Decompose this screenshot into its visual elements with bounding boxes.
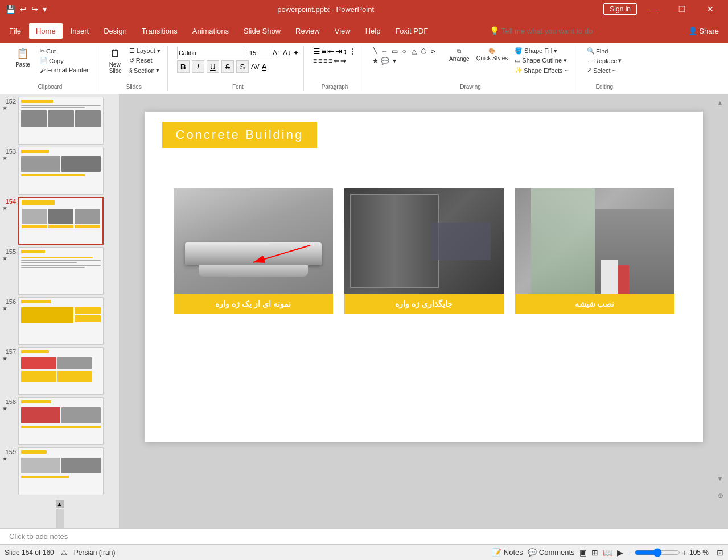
shape-pentagon[interactable]: ⬠ bbox=[419, 47, 428, 56]
slide-item-153[interactable]: 153 ★ bbox=[2, 147, 117, 195]
restore-button[interactable]: ❐ bbox=[669, 0, 695, 18]
cut-button[interactable]: ✂ Cut bbox=[38, 47, 91, 55]
slide-thumb-159[interactable] bbox=[18, 447, 104, 495]
shape-callout[interactable]: 💬 bbox=[380, 56, 389, 65]
zoom-plus-button[interactable]: + bbox=[682, 548, 687, 557]
rtl-button[interactable]: ⇐ bbox=[334, 57, 339, 65]
char-spacing-button[interactable]: AV bbox=[251, 63, 260, 71]
menu-home[interactable]: Home bbox=[29, 23, 63, 39]
editor-scroll-bottom[interactable]: ⊕ bbox=[718, 492, 723, 500]
shape-effects-button[interactable]: ✨ Shape Effects ~ bbox=[512, 66, 570, 75]
normal-view-button[interactable]: ▣ bbox=[579, 548, 587, 557]
slide-item-159[interactable]: 159 ★ bbox=[2, 447, 117, 495]
new-slide-button[interactable]: 🗒 New Slide bbox=[105, 47, 126, 75]
minimize-button[interactable]: — bbox=[640, 0, 667, 18]
fit-slide-button[interactable]: ⊡ bbox=[717, 548, 723, 557]
align-center-button[interactable]: ≡ bbox=[318, 57, 322, 65]
font-color-button[interactable]: A̲ bbox=[262, 63, 266, 71]
shape-rect[interactable]: ▭ bbox=[390, 47, 399, 56]
increase-font-button[interactable]: A↑ bbox=[273, 49, 281, 57]
bold-button[interactable]: B bbox=[177, 60, 190, 73]
underline-button[interactable]: U bbox=[207, 60, 219, 73]
accessibility-icon[interactable]: ⚠ bbox=[61, 549, 67, 557]
shape-chevron[interactable]: ⊳ bbox=[429, 47, 438, 56]
layout-button[interactable]: ☰ Layout ▾ bbox=[127, 47, 163, 55]
shadow-button[interactable]: S bbox=[236, 60, 249, 73]
font-name-input[interactable] bbox=[177, 47, 245, 59]
slide-item-152[interactable]: 152 ★ bbox=[2, 97, 117, 145]
strikethrough-button[interactable]: S̶ bbox=[221, 60, 234, 73]
copy-button[interactable]: 📄 Copy bbox=[38, 56, 91, 65]
shape-fill-button[interactable]: 🪣 Shape Fill ▾ bbox=[512, 47, 570, 55]
quick-styles-button[interactable]: 🎨 Quick Styles bbox=[474, 47, 511, 63]
arrange-button[interactable]: ⧉ Arrange bbox=[447, 47, 472, 63]
notes-placeholder[interactable]: Click to add notes bbox=[9, 532, 68, 541]
slide-title[interactable]: Concrete Building bbox=[162, 122, 318, 148]
zoom-level[interactable]: 105 % bbox=[689, 549, 712, 557]
zoom-slider[interactable] bbox=[635, 548, 680, 557]
slide-img-1[interactable] bbox=[174, 188, 333, 294]
shape-tri[interactable]: △ bbox=[409, 47, 418, 56]
numbering-button[interactable]: ≡ bbox=[322, 47, 326, 56]
editor-scroll-up[interactable]: ▲ bbox=[717, 99, 723, 107]
columns-button[interactable]: ⋮ bbox=[348, 47, 356, 56]
menu-insert[interactable]: Insert bbox=[64, 23, 96, 39]
tell-me-input[interactable] bbox=[501, 27, 627, 35]
clear-format-button[interactable]: ✦ bbox=[293, 49, 299, 57]
format-painter-button[interactable]: 🖌 Format Painter bbox=[38, 66, 91, 74]
menu-file[interactable]: File bbox=[2, 23, 28, 39]
slide-thumb-153[interactable] bbox=[18, 147, 104, 195]
section-button[interactable]: § Section ▾ bbox=[127, 66, 163, 75]
decrease-font-button[interactable]: A↓ bbox=[283, 49, 291, 57]
sign-in-button[interactable]: Sign in bbox=[603, 3, 637, 15]
reset-button[interactable]: ↺ Reset bbox=[127, 56, 163, 65]
justify-button[interactable]: ≡ bbox=[328, 57, 332, 65]
slide-item-154[interactable]: 154 ★ bbox=[2, 197, 117, 245]
slide-img-2[interactable] bbox=[344, 188, 504, 294]
menu-help[interactable]: Help bbox=[359, 23, 388, 39]
editor-scroll-down[interactable]: ▼ bbox=[717, 475, 723, 483]
paste-button[interactable]: 📋 Paste bbox=[9, 47, 36, 69]
slide-img-block-2[interactable]: جایگذاری ژه واره bbox=[344, 188, 504, 314]
slide-item-156[interactable]: 156 ★ bbox=[2, 297, 117, 345]
comments-button[interactable]: 💬 Comments bbox=[528, 548, 575, 557]
shape-outline-button[interactable]: ▭ Shape Outline ▾ bbox=[512, 56, 570, 65]
menu-slideshow[interactable]: Slide Show bbox=[237, 23, 287, 39]
reading-view-button[interactable]: 📖 bbox=[603, 548, 612, 557]
shape-star[interactable]: ★ bbox=[371, 56, 380, 65]
slide-item-158[interactable]: 158 ★ bbox=[2, 397, 117, 445]
select-button[interactable]: ↗ Select ~ bbox=[585, 66, 624, 75]
align-right-button[interactable]: ≡ bbox=[323, 57, 327, 65]
menu-transitions[interactable]: Transitions bbox=[135, 23, 184, 39]
shape-circle[interactable]: ○ bbox=[400, 47, 409, 56]
menu-foxit[interactable]: Foxit PDF bbox=[388, 23, 435, 39]
line-spacing-button[interactable]: ↕ bbox=[343, 47, 347, 56]
slide-item-157[interactable]: 157 ★ bbox=[2, 347, 117, 395]
save-icon[interactable]: 💾 bbox=[5, 3, 17, 15]
slide-img-3[interactable] bbox=[515, 188, 674, 294]
font-size-input[interactable] bbox=[248, 47, 270, 59]
slide-thumb-156[interactable] bbox=[18, 297, 104, 345]
zoom-minus-button[interactable]: − bbox=[628, 548, 632, 557]
slide-item-155[interactable]: 155 ★ bbox=[2, 247, 117, 295]
slide-img-block-1[interactable]: نمونه ای از یک ژه واره bbox=[174, 188, 333, 314]
slide-sorter-button[interactable]: ⊞ bbox=[591, 548, 598, 557]
slide-panel[interactable]: 152 ★ 153 ★ bbox=[0, 94, 120, 528]
slide-canvas[interactable]: Concrete Building bbox=[145, 112, 703, 442]
menu-review[interactable]: Review bbox=[289, 23, 327, 39]
slide-thumb-158[interactable] bbox=[18, 397, 104, 445]
redo-icon[interactable]: ↪ bbox=[30, 3, 39, 15]
shape-more[interactable]: ▾ bbox=[390, 56, 399, 65]
menu-design[interactable]: Design bbox=[97, 23, 133, 39]
notes-bar[interactable]: Click to add notes bbox=[0, 528, 728, 544]
slide-editor[interactable]: ▲ Concrete Building bbox=[120, 94, 728, 528]
notes-button[interactable]: 📝 Notes bbox=[492, 548, 523, 557]
shape-line[interactable]: ╲ bbox=[371, 47, 380, 56]
close-button[interactable]: ✕ bbox=[697, 0, 723, 18]
menu-animations[interactable]: Animations bbox=[186, 23, 236, 39]
slide-thumb-157[interactable] bbox=[18, 347, 104, 395]
slide-thumb-154[interactable] bbox=[18, 197, 104, 245]
ltr-button[interactable]: ⇒ bbox=[340, 57, 346, 65]
language-label[interactable]: Persian (Iran) bbox=[74, 549, 116, 557]
italic-button[interactable]: I bbox=[192, 60, 204, 73]
